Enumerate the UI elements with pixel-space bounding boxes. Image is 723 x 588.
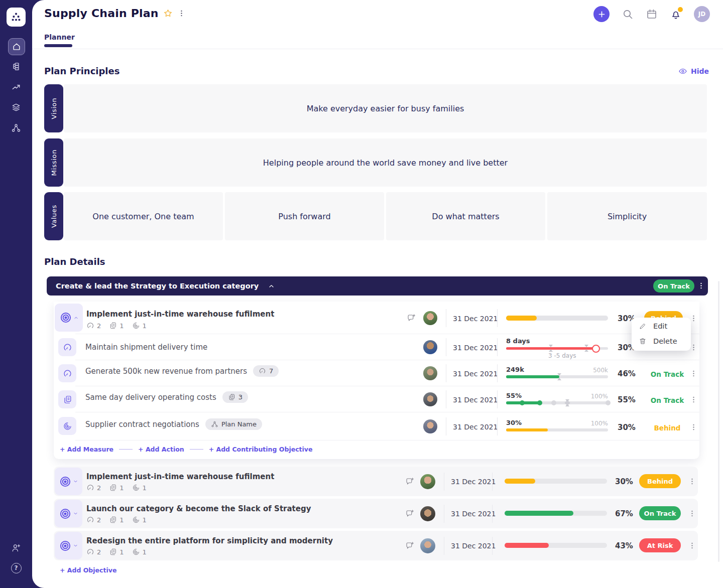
add-objective-link[interactable]: + Add Objective <box>60 566 116 574</box>
milestone-slider[interactable] <box>506 401 608 404</box>
tab-planner[interactable]: Planner <box>44 33 75 41</box>
range-slider[interactable] <box>506 347 608 350</box>
divider <box>444 473 444 491</box>
add-contributing-objective-link[interactable]: + Add Contributing Objective <box>209 446 313 453</box>
context-menu-edit[interactable]: Edit <box>632 319 691 334</box>
objective-title[interactable]: Redesign the entire platform for simplic… <box>86 536 333 545</box>
assignee-avatar[interactable] <box>423 366 437 380</box>
objective-card[interactable]: Launch our category & become the Slack o… <box>54 499 698 528</box>
hide-principles-button[interactable]: Hide <box>678 67 709 76</box>
objective-title[interactable]: Implement just-in-time warehouse fufilme… <box>86 472 274 481</box>
category-header[interactable]: Create & lead the Strategy to Execution … <box>47 276 708 296</box>
range-marker <box>557 373 562 380</box>
assignee-avatar[interactable] <box>423 311 437 325</box>
divider <box>444 505 444 523</box>
sidebar-item-invite[interactable] <box>8 540 24 556</box>
add-button[interactable] <box>593 6 610 22</box>
sidebar-item-hierarchy[interactable] <box>8 59 24 75</box>
comment-add-icon[interactable] <box>407 314 416 323</box>
action-icon-box <box>58 390 76 408</box>
mission-row: Mission Helping people around the world … <box>44 138 707 187</box>
add-measure-link[interactable]: + Add Measure <box>60 446 113 453</box>
progress-slider[interactable] <box>506 428 608 431</box>
objective-icon-box[interactable] <box>55 500 82 527</box>
objective-card[interactable]: Redesign the entire platform for simplic… <box>54 531 698 560</box>
comment-add-icon[interactable] <box>405 477 414 486</box>
objective-icon-box[interactable] <box>55 304 83 332</box>
objective-row[interactable]: Implement just-in-time warehouse fufilme… <box>54 303 699 334</box>
action-row[interactable]: Same day delivery operating costs 3 31 D… <box>54 386 699 412</box>
objective-title[interactable]: Launch our category & become the Slack o… <box>86 504 311 513</box>
docs-icon <box>109 322 117 330</box>
title-kebab-icon[interactable] <box>177 9 186 18</box>
assignee-avatar[interactable] <box>420 538 435 553</box>
swirl-icon <box>132 516 140 524</box>
trend-up-icon <box>11 82 21 92</box>
measure-row[interactable]: Generate 500k new revenue from partners … <box>54 360 699 386</box>
gauge-icon <box>63 343 72 352</box>
docs-icon <box>109 516 117 524</box>
search-icon[interactable] <box>622 8 634 20</box>
chevron-down-icon <box>73 543 78 548</box>
assignee-avatar[interactable] <box>420 506 435 521</box>
row-kebab-icon[interactable] <box>689 395 698 404</box>
objective-icon-box[interactable] <box>55 532 82 559</box>
measure-title[interactable]: Maintain shipment delivery time <box>85 343 207 352</box>
context-menu-delete[interactable]: Delete <box>632 334 691 349</box>
sidebar-item-network[interactable] <box>8 120 24 136</box>
objective-card[interactable]: Implement just-in-time warehouse fufilme… <box>54 467 698 496</box>
sidebar-item-help[interactable]: ? <box>8 560 24 576</box>
scrollbar-track[interactable] <box>718 281 719 562</box>
row-kebab-icon[interactable] <box>689 423 698 431</box>
status-badge: At Risk <box>639 538 681 552</box>
notifications-button[interactable] <box>670 8 682 20</box>
divider <box>497 390 498 408</box>
row-kebab-icon[interactable] <box>689 369 698 378</box>
measure-row[interactable]: Maintain shipment delivery time 31 Dec 2… <box>54 334 699 360</box>
status-badge: Behind <box>639 474 681 488</box>
sidebar: ? <box>0 0 32 588</box>
assignee-avatar[interactable] <box>423 340 437 354</box>
measure-title[interactable]: Generate 500k new revenue from partners <box>85 367 247 376</box>
app-logo-icon[interactable] <box>7 8 26 27</box>
favorite-star-icon[interactable] <box>163 9 173 18</box>
action-title[interactable]: Same day delivery operating costs <box>85 393 216 402</box>
calendar-icon[interactable] <box>646 8 658 20</box>
sidebar-item-trends[interactable] <box>8 79 24 95</box>
user-avatar[interactable]: JD <box>694 6 710 22</box>
assignee-avatar[interactable] <box>423 392 437 406</box>
objective-icon-box[interactable] <box>55 468 82 495</box>
progress-slider[interactable] <box>506 375 608 378</box>
chevron-up-icon <box>73 315 79 321</box>
comment-add-icon[interactable] <box>405 509 414 518</box>
assignee-avatar[interactable] <box>423 419 437 433</box>
network-icon <box>11 123 21 133</box>
due-date: 31 Dec 2021 <box>451 478 496 486</box>
row-kebab-icon[interactable] <box>688 509 696 518</box>
milestone-dot-done <box>520 400 525 405</box>
target-icon <box>59 507 72 520</box>
row-kebab-icon[interactable] <box>688 541 696 550</box>
milestone-dot <box>606 400 611 405</box>
measure-count-tag: 7 <box>253 365 279 377</box>
collapse-chevron-up-icon[interactable] <box>268 282 275 290</box>
contributing-objective-row[interactable]: Supplier contract negotiations Plan Name… <box>54 412 699 440</box>
link-dash <box>119 449 133 450</box>
help-icon: ? <box>11 563 22 573</box>
progress-bar <box>505 479 607 484</box>
row-kebab-icon[interactable] <box>688 477 696 486</box>
gauge-icon <box>63 369 72 378</box>
comment-add-icon[interactable] <box>405 541 414 550</box>
add-action-link[interactable]: + Add Action <box>138 446 184 453</box>
objective-title[interactable]: Implement just-in-time warehouse fufilme… <box>86 310 274 319</box>
due-date: 31 Dec 2021 <box>453 315 498 323</box>
gauge-icon <box>86 548 94 556</box>
sidebar-item-layers[interactable] <box>8 99 24 115</box>
slider-handle[interactable] <box>592 345 600 353</box>
pencil-icon <box>639 322 647 330</box>
due-date: 31 Dec 2021 <box>453 423 498 431</box>
category-kebab-icon[interactable] <box>697 281 705 290</box>
contributing-title[interactable]: Supplier contract negotiations <box>85 420 199 429</box>
assignee-avatar[interactable] <box>420 474 435 489</box>
sidebar-item-home[interactable] <box>8 38 25 55</box>
